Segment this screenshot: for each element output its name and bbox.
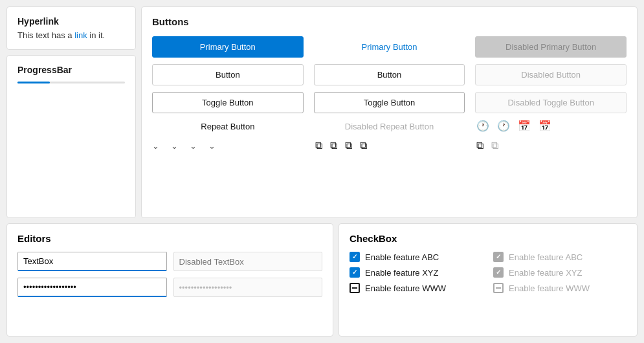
- clock-icon-outline: 🕐: [496, 120, 511, 133]
- hyperlink-text-before: This text has a: [17, 30, 74, 40]
- progressbar-title: ProgressBar: [17, 65, 125, 75]
- editors-panel: Editors: [6, 223, 333, 337]
- list-item: ✓ Enable feature ABC: [493, 252, 627, 262]
- primary-button[interactable]: Primary Button: [152, 36, 304, 58]
- clock-icons: 🕐 🕐 📅 📅: [475, 120, 627, 133]
- checkbox-www-disabled: [493, 283, 504, 293]
- checkbox-xyz-label: Enable feature XYZ: [365, 268, 438, 278]
- disabled-password-input: [173, 278, 323, 297]
- checkbox-abc-disabled-label: Enable feature ABC: [509, 252, 583, 262]
- buttons-grid: Primary Button Primary Button Disabled P…: [152, 36, 627, 152]
- checkbox-xyz-disabled-label: Enable feature XYZ: [509, 268, 582, 278]
- list-item: Enable feature WWW: [493, 283, 627, 293]
- chevron-down-2[interactable]: ⌄: [171, 141, 178, 151]
- selection-icons: ⧉ ⧉: [475, 139, 627, 152]
- check-icon: ✓: [496, 269, 501, 276]
- calendar-icon-filled[interactable]: 📅: [516, 120, 532, 133]
- buttons-panel: Buttons Primary Button Primary Button Di…: [141, 6, 638, 218]
- indeterminate-disabled-icon: [496, 287, 501, 289]
- check-icon: ✓: [352, 254, 357, 260]
- check-icon: ✓: [352, 269, 357, 276]
- disabled-repeat-button: Disabled Repeat Button: [314, 122, 465, 131]
- checkbox-xyz-active[interactable]: ✓: [350, 267, 360, 278]
- checkbox-title: CheckBox: [350, 233, 627, 244]
- hyperlink-link[interactable]: link: [74, 30, 87, 40]
- selection-icon-disabled: ⧉: [490, 139, 500, 152]
- checkbox-grid: ✓ Enable feature ABC ✓ Enable feature AB…: [350, 252, 627, 293]
- checkbox-xyz-disabled: ✓: [493, 267, 504, 278]
- checkbox-abc-disabled: ✓: [493, 252, 504, 262]
- chevron-down-4[interactable]: ⌄: [208, 141, 216, 151]
- hyperlink-text: This text has a link in it.: [17, 30, 125, 40]
- chevron-row: ⌄ ⌄ ⌄ ⌄: [152, 141, 304, 151]
- disabled-primary-button: Disabled Primary Button: [475, 36, 627, 58]
- copy-icons: ⧉ ⧉ ⧉ ⧉: [314, 139, 465, 152]
- calendar-icon-outline: 📅: [537, 120, 553, 133]
- editors-grid: [17, 252, 322, 297]
- hyperlink-card: Hyperlink This text has a link in it.: [6, 6, 136, 50]
- hyperlink-title: Hyperlink: [17, 16, 125, 27]
- progress-track: [17, 82, 125, 83]
- checkbox-www-label: Enable feature WWW: [365, 283, 446, 293]
- list-item: ✓ Enable feature XYZ: [350, 267, 483, 278]
- clock-icon-filled[interactable]: 🕐: [475, 120, 491, 133]
- checkbox-www-active[interactable]: [350, 283, 360, 293]
- buttons-panel-title: Buttons: [152, 16, 627, 27]
- checkbox-abc-active[interactable]: ✓: [350, 252, 360, 262]
- progressbar-card: ProgressBar: [6, 55, 136, 218]
- editors-title: Editors: [17, 233, 322, 244]
- check-icon: ✓: [496, 254, 501, 260]
- disabled-textbox-input: [173, 252, 323, 271]
- disabled-button: Disabled Button: [475, 64, 627, 85]
- selection-icon-filled[interactable]: ⧉: [475, 139, 485, 152]
- checkbox-www-disabled-label: Enable feature WWW: [509, 283, 590, 293]
- checkbox-panel: CheckBox ✓ Enable feature ABC ✓ Enable f…: [339, 223, 638, 337]
- button-outlined-2[interactable]: Button: [314, 64, 465, 85]
- disabled-toggle-button: Disabled Toggle Button: [475, 92, 627, 113]
- list-item: Enable feature WWW: [350, 283, 483, 293]
- password-input[interactable]: [17, 278, 167, 297]
- progress-fill: [17, 82, 50, 83]
- hyperlink-text-after: in it.: [87, 30, 105, 40]
- toggle-button-2[interactable]: Toggle Button: [314, 92, 465, 113]
- list-item: ✓ Enable feature ABC: [350, 252, 483, 262]
- primary-link-button[interactable]: Primary Button: [314, 42, 465, 52]
- chevron-down-1[interactable]: ⌄: [152, 141, 159, 151]
- copy-icon-3[interactable]: ⧉: [344, 139, 353, 152]
- indeterminate-icon: [352, 287, 357, 289]
- toggle-button[interactable]: Toggle Button: [152, 92, 304, 113]
- chevron-down-3[interactable]: ⌄: [190, 141, 197, 151]
- copy-icon-2[interactable]: ⧉: [329, 139, 339, 152]
- copy-icon-4[interactable]: ⧉: [359, 139, 368, 152]
- checkbox-abc-label: Enable feature ABC: [365, 252, 439, 262]
- list-item: ✓ Enable feature XYZ: [493, 267, 627, 278]
- textbox-input[interactable]: [17, 252, 167, 271]
- copy-icon-1[interactable]: ⧉: [314, 139, 324, 152]
- button-outlined[interactable]: Button: [152, 64, 304, 85]
- repeat-button[interactable]: Repeat Button: [152, 122, 304, 131]
